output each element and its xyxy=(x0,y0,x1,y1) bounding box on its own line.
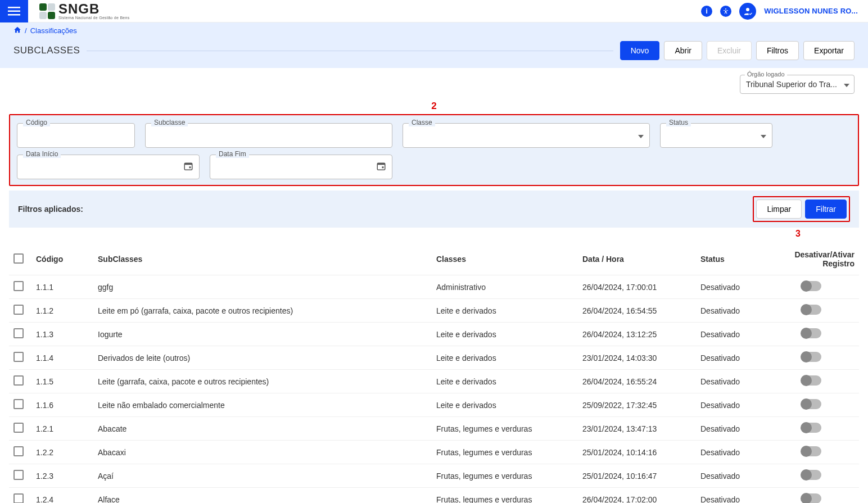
cell-subclasse: Açaí xyxy=(93,464,432,488)
cell-status: Desativado xyxy=(696,441,763,464)
cell-datahora: 25/09/2022, 17:32:45 xyxy=(578,393,696,417)
row-checkbox[interactable] xyxy=(13,305,24,315)
table-row[interactable]: 1.2.1AbacateFrutas, legumes e verduras23… xyxy=(9,417,859,441)
table-row[interactable]: 1.1.4Derivados de leite (outros)Leite e … xyxy=(9,346,859,370)
table-row[interactable]: 1.1.2Leite em pó (garrafa, caixa, pacote… xyxy=(9,299,859,323)
chevron-down-icon xyxy=(761,131,766,140)
table-row[interactable]: 1.2.3AçaíFrutas, legumes e verduras25/01… xyxy=(9,464,859,488)
cell-datahora: 26/04/2024, 16:55:24 xyxy=(578,370,696,393)
callout-2: 2 xyxy=(0,101,868,112)
col-status: Status xyxy=(696,243,763,275)
subclasse-input[interactable] xyxy=(146,124,392,147)
row-toggle[interactable] xyxy=(801,423,821,433)
orgao-value: Tribunal Superior do Tra... xyxy=(746,80,837,89)
abrir-button[interactable]: Abrir xyxy=(664,41,702,60)
select-all-checkbox[interactable] xyxy=(13,253,24,264)
applied-filters-label: Filtros aplicados: xyxy=(18,205,83,214)
codigo-input[interactable] xyxy=(17,124,134,147)
row-checkbox[interactable] xyxy=(13,375,24,386)
row-toggle[interactable] xyxy=(801,446,821,456)
cell-subclasse: Leite em pó (garrafa, caixa, pacote e ou… xyxy=(93,299,432,323)
filtros-button[interactable]: Filtros xyxy=(756,41,799,60)
table-row[interactable]: 1.1.3IogurteLeite e derivados26/04/2024,… xyxy=(9,323,859,346)
row-checkbox[interactable] xyxy=(13,470,24,480)
breadcrumb: / Classificações xyxy=(0,22,868,39)
info-icon[interactable]: i xyxy=(701,6,712,17)
calendar-icon[interactable] xyxy=(376,161,386,173)
row-toggle[interactable] xyxy=(801,470,821,480)
breadcrumb-current[interactable]: Classificações xyxy=(30,26,77,35)
codigo-field[interactable]: Código xyxy=(17,123,135,148)
exportar-button[interactable]: Exportar xyxy=(803,41,855,60)
svg-rect-2 xyxy=(8,14,20,16)
row-checkbox[interactable] xyxy=(13,399,24,409)
data-inicio-input[interactable] xyxy=(17,155,199,179)
cell-subclasse: ggfg xyxy=(93,275,432,299)
logo-text: SNGB xyxy=(58,2,130,16)
accessibility-icon[interactable] xyxy=(720,6,731,17)
cell-classe: Frutas, legumes e verduras xyxy=(432,417,578,441)
cell-subclasse: Leite (garrafa, caixa, pacote e outros r… xyxy=(93,370,432,393)
classe-field[interactable]: Classe xyxy=(403,123,650,148)
svg-rect-7 xyxy=(184,163,192,165)
row-checkbox[interactable] xyxy=(13,423,24,433)
breadcrumb-home[interactable] xyxy=(13,26,21,35)
row-checkbox[interactable] xyxy=(13,281,24,291)
user-name[interactable]: WIGLESSON NUNES RO... xyxy=(764,7,858,15)
cell-datahora: 26/04/2024, 17:02:00 xyxy=(578,488,696,504)
limpar-button[interactable]: Limpar xyxy=(756,200,802,219)
applied-filters-row: Filtros aplicados: Limpar Filtrar xyxy=(9,191,859,228)
cell-status: Desativado xyxy=(696,275,763,299)
filtrar-button[interactable]: Filtrar xyxy=(805,200,847,219)
data-inicio-field[interactable]: Data Início xyxy=(17,155,200,179)
excluir-button: Excluir xyxy=(707,41,752,60)
row-toggle[interactable] xyxy=(801,493,821,503)
cell-classe: Frutas, legumes e verduras xyxy=(432,488,578,504)
menu-icon xyxy=(8,7,20,16)
row-toggle[interactable] xyxy=(801,328,821,338)
data-fim-label: Data Fim xyxy=(216,150,249,158)
table-row[interactable]: 1.1.1ggfgAdministrativo26/04/2024, 17:00… xyxy=(9,275,859,299)
status-field[interactable]: Status xyxy=(660,123,772,148)
cell-status: Desativado xyxy=(696,323,763,346)
table: Código SubClasses Classes Data / Hora St… xyxy=(9,243,859,503)
table-row[interactable]: 1.1.6Leite não embalado comercialmenteLe… xyxy=(9,393,859,417)
title-rule xyxy=(87,51,613,51)
cell-codigo: 1.1.1 xyxy=(31,275,93,299)
cell-codigo: 1.1.2 xyxy=(31,299,93,323)
hamburger-button[interactable] xyxy=(0,0,28,22)
svg-rect-10 xyxy=(377,163,385,165)
data-fim-field[interactable]: Data Fim xyxy=(210,155,392,179)
row-checkbox[interactable] xyxy=(13,446,24,456)
table-row[interactable]: 1.1.5Leite (garrafa, caixa, pacote e out… xyxy=(9,370,859,393)
row-toggle[interactable] xyxy=(801,399,821,409)
user-avatar-icon[interactable] xyxy=(739,3,756,20)
filter-button-group: Limpar Filtrar xyxy=(753,196,850,222)
table-row[interactable]: 1.2.2AbacaxiFrutas, legumes e verduras25… xyxy=(9,441,859,464)
logo-mark-icon xyxy=(39,3,55,19)
cell-subclasse: Abacaxi xyxy=(93,441,432,464)
cell-classe: Administrativo xyxy=(432,275,578,299)
row-toggle[interactable] xyxy=(801,281,821,291)
table-row[interactable]: 1.2.4AlfaceFrutas, legumes e verduras26/… xyxy=(9,488,859,504)
cell-status: Desativado xyxy=(696,417,763,441)
subclasse-field[interactable]: Subclasse xyxy=(145,123,392,148)
data-fim-input[interactable] xyxy=(210,155,392,179)
cell-classe: Leite e derivados xyxy=(432,393,578,417)
orgao-select[interactable]: Órgão logado Tribunal Superior do Tra... xyxy=(740,75,855,94)
row-toggle[interactable] xyxy=(801,352,821,362)
cell-subclasse: Abacate xyxy=(93,417,432,441)
chevron-down-icon xyxy=(638,131,644,140)
status-input[interactable] xyxy=(661,124,772,147)
col-subclasses: SubClasses xyxy=(93,243,432,275)
row-checkbox[interactable] xyxy=(13,493,24,503)
row-toggle[interactable] xyxy=(801,305,821,315)
row-checkbox[interactable] xyxy=(13,352,24,362)
col-datahora: Data / Hora xyxy=(578,243,696,275)
calendar-icon[interactable] xyxy=(183,161,193,173)
row-checkbox[interactable] xyxy=(13,328,24,338)
row-toggle[interactable] xyxy=(801,375,821,386)
logo: SNGB Sistema Nacional de Gestão de Bens xyxy=(39,2,130,20)
classe-input[interactable] xyxy=(403,124,649,147)
novo-button[interactable]: Novo xyxy=(620,41,660,60)
